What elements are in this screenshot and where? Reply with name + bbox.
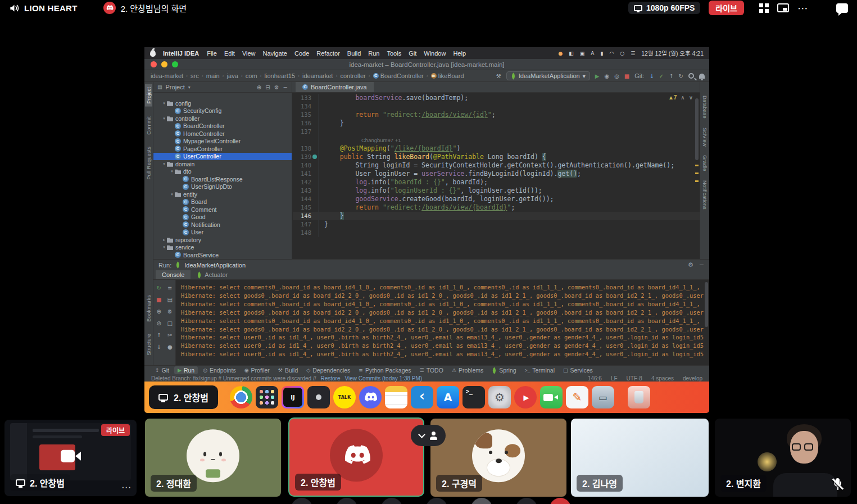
dock-app-kakaotalk[interactable]: TALK: [333, 386, 356, 408]
project-panel-header[interactable]: ▤ Project ▾ ⊕ ⊟ ⚙ −: [153, 82, 292, 92]
profiler-button[interactable]: ◎: [614, 73, 619, 79]
dock-app-google-chrome[interactable]: [230, 386, 252, 408]
participant-tile-jungdaehwan[interactable]: 2. 정대환: [145, 419, 281, 497]
run-configuration-select[interactable]: IdeaMarketApplication ▾: [506, 71, 590, 80]
dock-app-dark-utility[interactable]: [307, 386, 330, 408]
project-menu-icon[interactable]: ▤: [157, 84, 162, 90]
clear-icon[interactable]: ⊘: [157, 320, 161, 326]
breadcrumb-item-src[interactable]: src: [189, 72, 201, 79]
input-language-icon[interactable]: A: [591, 51, 594, 56]
tree-chevron-icon[interactable]: ▸: [161, 238, 167, 242]
menu-file[interactable]: File: [207, 50, 217, 57]
dock-app-visual-studio-code[interactable]: ‹: [411, 386, 433, 408]
git-history-icon[interactable]: ↻: [679, 73, 683, 79]
battery-icon[interactable]: ▮: [600, 51, 603, 56]
down-stack-icon[interactable]: ↓: [157, 344, 161, 350]
control-center-icon[interactable]: ☰: [631, 51, 635, 56]
menu-run[interactable]: Run: [368, 50, 379, 57]
window-title-bar[interactable]: idea-market – BoardController.java [idea…: [144, 59, 709, 70]
tree-item-boardlistresponse[interactable]: CBoardListResponse: [153, 175, 292, 183]
participant-tile-anchangbum-speaking[interactable]: 2. 안창범: [288, 417, 424, 497]
menu-navigate[interactable]: Navigate: [263, 50, 287, 57]
tree-item-boardservice[interactable]: CBoardService: [153, 251, 292, 259]
dock-app-system-settings[interactable]: ⚙: [488, 386, 511, 408]
dock-app-display-app[interactable]: ▭: [592, 386, 614, 408]
tree-item-service[interactable]: ▾service: [153, 244, 292, 252]
participant-tile-gukyungduk[interactable]: 2. 구경덕: [430, 419, 566, 497]
chat-icon[interactable]: [836, 3, 848, 13]
search-icon[interactable]: ○: [620, 51, 624, 56]
code-editor[interactable]: 133 boardService.save(boardTemp);134135 …: [293, 93, 700, 259]
tree-item-notification[interactable]: CNotification: [153, 221, 292, 229]
breadcrumb-item-boardcontroller[interactable]: CBoardController: [371, 72, 425, 79]
settings-icon[interactable]: ⚙: [167, 308, 173, 315]
tree-chevron-icon[interactable]: ▾: [169, 192, 175, 197]
tree-item-boardcontroller[interactable]: CBoardController: [153, 122, 292, 130]
picture-in-picture-icon[interactable]: [777, 3, 789, 12]
stream-overlay-toggle[interactable]: [411, 425, 446, 446]
debug-button[interactable]: ◉: [604, 73, 609, 79]
breadcrumb-item-ideamarket[interactable]: ideamarket: [301, 72, 334, 79]
more-options-icon[interactable]: ⋯: [797, 2, 809, 14]
tree-item-board[interactable]: CBoard: [153, 198, 292, 206]
tool-stripe-project[interactable]: Project: [145, 84, 152, 107]
up-stack-icon[interactable]: ↑: [157, 332, 161, 338]
stage-manager-icon[interactable]: ◧: [569, 51, 574, 56]
menu-tools[interactable]: Tools: [387, 50, 402, 57]
file-encoding[interactable]: UTF-8: [627, 375, 642, 382]
menu-bar-clock[interactable]: 12월 12일 (월) 오후 4:21: [641, 49, 704, 57]
breadcrumb-item-idea-market[interactable]: idea-market: [149, 72, 185, 79]
tool-window-button-dependencies[interactable]: ◇Dependencies: [303, 366, 353, 374]
stop-icon[interactable]: ■: [156, 297, 161, 303]
speaker-icon[interactable]: [9, 3, 20, 13]
console-output[interactable]: Hibernate: select comments0_.board_id as…: [176, 280, 704, 365]
tool-window-button-python-packages[interactable]: ≡Python Packages: [355, 366, 414, 374]
tree-chevron-icon[interactable]: ▾: [169, 169, 175, 174]
tree-item-homecontroller[interactable]: CHomeController: [153, 130, 292, 138]
tree-item-pagecontroller[interactable]: CPageController: [153, 145, 292, 153]
breadcrumb-item-likeboard[interactable]: mlikeBoard: [429, 72, 466, 79]
run-settings-icon[interactable]: ⚙: [688, 261, 693, 269]
cut-icon[interactable]: ✂: [167, 332, 172, 338]
dock-app-markup-app[interactable]: ✎: [566, 386, 588, 408]
run-button[interactable]: ▶: [595, 73, 600, 79]
participant-tile-screenshare[interactable]: 라이브 2. 안창범 ⋯: [4, 420, 137, 496]
tree-item-usercontroller[interactable]: CUserController: [153, 153, 292, 161]
grid-view-icon[interactable]: [759, 3, 769, 13]
tree-item-usersignupdto[interactable]: CUserSignUpDto: [153, 183, 292, 191]
git-update-icon[interactable]: ↓: [649, 73, 654, 79]
menu-code[interactable]: Code: [294, 50, 309, 57]
menu-refactor[interactable]: Refactor: [316, 50, 340, 57]
tree-item-good[interactable]: CGood: [153, 214, 292, 221]
minimize-panel-icon[interactable]: −: [699, 261, 704, 269]
tree-item-user[interactable]: CUser: [153, 229, 292, 237]
tool-window-button-git[interactable]: ↕Git: [152, 366, 173, 374]
console-scrollbar[interactable]: [705, 282, 708, 327]
request-mapping-icon[interactable]: [312, 155, 317, 159]
restore-layout-icon[interactable]: ▤: [167, 297, 173, 303]
search-everywhere-icon[interactable]: [688, 73, 694, 79]
menu-app-name[interactable]: IntelliJ IDEA: [163, 50, 199, 57]
tool-stripe-sciview[interactable]: SciView: [702, 128, 708, 147]
breadcrumb-item-lionheart15[interactable]: lionheart15: [263, 72, 297, 79]
apple-menu-icon[interactable]: [150, 50, 156, 57]
tree-chevron-icon[interactable]: ▾: [161, 245, 167, 249]
git-branch[interactable]: develop: [683, 375, 702, 382]
menu-git[interactable]: Git: [409, 50, 416, 57]
menu-window[interactable]: Window: [424, 50, 446, 57]
tool-window-button-profiler[interactable]: ◉Profiler: [241, 366, 273, 374]
hide-panel-icon[interactable]: −: [283, 84, 288, 90]
dock-app-terminal[interactable]: >_: [462, 386, 485, 408]
tool-stripe-structure[interactable]: Structure: [145, 331, 152, 358]
panel-settings-icon[interactable]: ⚙: [274, 84, 279, 90]
tool-window-button-build[interactable]: ⚒Build: [275, 366, 301, 374]
breadcrumb-item-main[interactable]: main: [205, 72, 221, 79]
dock-app-launchpad[interactable]: [256, 386, 278, 408]
pin-icon[interactable]: ⊕: [157, 308, 161, 315]
breadcrumb-item-com[interactable]: com: [244, 72, 259, 79]
tool-stripe-bookmarks[interactable]: Bookmarks: [145, 292, 152, 325]
tree-item-dto[interactable]: ▾dto: [153, 168, 292, 176]
breadcrumb-item-controller[interactable]: controller: [338, 72, 367, 79]
editor-scrollbar[interactable]: [695, 98, 699, 160]
tab-actuator[interactable]: Actuator: [191, 270, 234, 279]
